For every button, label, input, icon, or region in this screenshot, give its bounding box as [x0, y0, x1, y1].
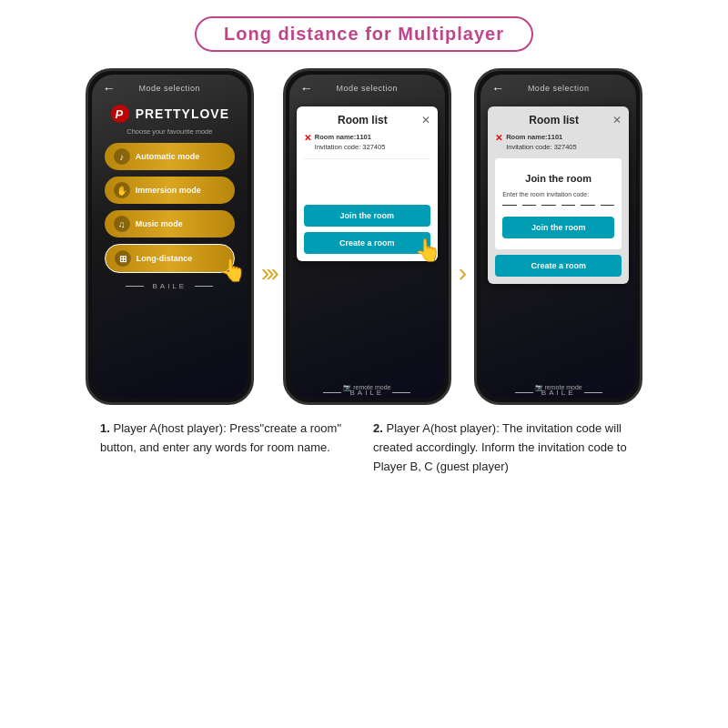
join-modal: Room list ✕ ✕ Room name:1101 Invitation …	[488, 106, 629, 284]
arrow-2: ›	[459, 68, 467, 405]
join-room-btn[interactable]: Join the room	[304, 205, 430, 227]
join-room-title: Join the room	[502, 173, 614, 184]
phone3-join-btn[interactable]: Join the room	[502, 217, 614, 238]
arrow-1: ›››	[261, 68, 276, 405]
phone1-header: ← Mode selection	[92, 75, 248, 96]
phone-1: ← Mode selection P PRETTYLOVE Choose you…	[86, 68, 254, 405]
description-row: 1. Player A(host player): Press"create a…	[0, 420, 728, 476]
desc-block-2: 2. Player A(host player): The invitation…	[373, 420, 628, 476]
phone3-room-list-header: Room list ✕	[495, 114, 622, 126]
desc1-number: 1.	[100, 421, 110, 435]
room-item-info: Room name:1101 Invitation code: 327405	[315, 132, 386, 153]
phone3-room-name: Room name:1101	[506, 132, 577, 142]
phone3-room-item-info: Room name:1101 Invitation code: 327405	[506, 132, 577, 153]
phones-row: ← Mode selection P PRETTYLOVE Choose you…	[86, 68, 642, 405]
phone3-back-arrow-icon[interactable]: ←	[491, 81, 504, 96]
phone3-room-item-x: ✕	[495, 133, 502, 143]
phone3-create-btn[interactable]: Create a room	[495, 255, 622, 277]
single-arrow-icon: ›	[459, 258, 467, 288]
divider	[304, 158, 430, 159]
phone-2: ← Mode selection Room list ✕ ✕ Room name…	[283, 68, 451, 405]
phone3-close-btn[interactable]: ✕	[612, 114, 622, 126]
phone3-header: ← Mode selection	[480, 75, 636, 96]
room-list-modal: Room list ✕ ✕ Room name:1101 Invitation …	[297, 106, 438, 261]
code-underlines	[502, 205, 614, 206]
immersion-mode-btn[interactable]: ✋ Immersion mode	[105, 177, 235, 204]
phone1-mode-title: Mode selection	[139, 84, 201, 93]
code-line-6	[601, 205, 615, 206]
room-name: Room name:1101	[315, 132, 386, 142]
room-list-header: Room list ✕	[304, 114, 430, 126]
automatic-mode-label: Automatic mode	[136, 152, 200, 161]
back-arrow-icon[interactable]: ←	[103, 81, 116, 96]
code-line-2	[522, 205, 537, 206]
code-line-1	[502, 205, 517, 206]
svg-text:P: P	[115, 107, 123, 121]
double-arrow-icon: ›››	[261, 258, 276, 288]
phone3-invitation-code: Invitation code: 327405	[506, 142, 577, 152]
phone3-room-item: ✕ Room name:1101 Invitation code: 327405	[495, 132, 622, 153]
choose-text: Choose your favourite mode	[92, 127, 248, 136]
code-line-3	[541, 205, 556, 206]
phone2-mode-title: Mode selection	[337, 84, 399, 93]
code-line-5	[581, 205, 595, 206]
code-line-4	[561, 205, 576, 206]
desc-block-1: 1. Player A(host player): Press"create a…	[100, 420, 355, 476]
create-room-finger-icon: 👆	[414, 238, 441, 263]
desc1-text: Player A(host player): Press"create a ro…	[100, 421, 341, 454]
phone3-brand: BAILE	[480, 389, 636, 397]
phone2-back-arrow-icon[interactable]: ←	[300, 81, 313, 96]
long-distance-label: Long-distance	[136, 254, 193, 263]
music-mode-label: Music mode	[136, 219, 183, 228]
phone3-room-list-title: Room list	[495, 114, 612, 126]
enter-code-label: Enter the room invitation code:	[502, 191, 614, 197]
desc2-number: 2.	[373, 421, 383, 435]
phone1-brand: BAILE	[92, 282, 248, 290]
phone3-mode-title: Mode selection	[528, 84, 590, 93]
immersion-mode-icon: ✋	[114, 182, 130, 198]
phone2-header: ← Mode selection	[289, 75, 445, 96]
room-item-x-icon: ✕	[304, 133, 311, 143]
long-distance-icon: ⊞	[115, 250, 131, 267]
room-list-title: Room list	[304, 114, 421, 126]
phone2-brand: BAILE	[289, 389, 445, 397]
music-mode-icon: ♫	[114, 216, 130, 232]
create-room-btn[interactable]: Create a room	[304, 232, 430, 254]
room-item-1: ✕ Room name:1101 Invitation code: 327405	[304, 132, 430, 153]
logo-text: PRETTYLOVE	[136, 106, 229, 121]
immersion-mode-label: Immersion mode	[136, 186, 201, 195]
invitation-code: Invitation code: 327405	[315, 142, 386, 152]
mode-buttons: ♪ Automatic mode ✋ Immersion mode ♫ Musi…	[92, 143, 248, 273]
music-mode-btn[interactable]: ♫ Music mode	[105, 210, 235, 238]
room-actions: Join the room Create a room 👆	[304, 205, 430, 254]
room-list-close-btn[interactable]: ✕	[421, 114, 430, 126]
finger-pointer-icon: 👆	[219, 258, 247, 283]
phone-3: ← Mode selection Room list ✕ ✕ Room name…	[474, 68, 642, 405]
page-title: Long distance for Multiplayer	[195, 16, 533, 52]
automatic-mode-icon: ♪	[114, 148, 130, 165]
long-distance-btn[interactable]: ⊞ Long-distance 👆	[105, 244, 235, 273]
automatic-mode-btn[interactable]: ♪ Automatic mode	[105, 143, 235, 170]
pretty-love-logo: P PRETTYLOVE	[92, 104, 248, 124]
desc2-text: Player A(host player): The invitation co…	[373, 421, 627, 473]
